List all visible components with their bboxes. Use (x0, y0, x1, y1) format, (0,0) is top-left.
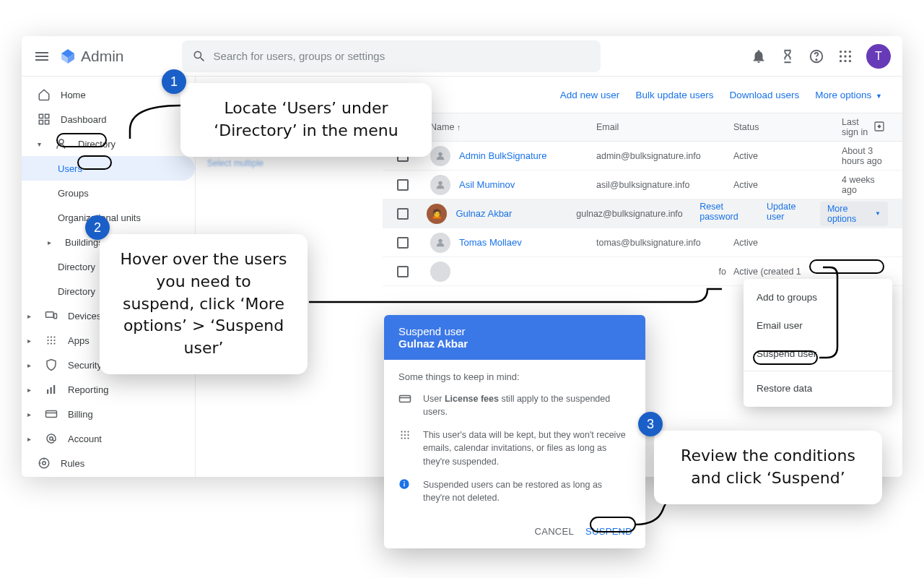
users-table-body: Admin BulkSignature admin@bulksignature.… (383, 142, 902, 286)
menu-suspend-user[interactable]: Suspend user (744, 340, 892, 368)
more-options-top[interactable]: More options ▼ (815, 90, 882, 100)
svg-point-29 (53, 342, 55, 344)
row-checkbox[interactable] (397, 179, 409, 191)
dialog-intro: Some things to keep in mind: (398, 371, 631, 382)
svg-rect-32 (53, 385, 55, 394)
search-input[interactable] (214, 50, 590, 62)
menu-add-to-groups[interactable]: Add to groups (744, 283, 892, 311)
person-icon (55, 137, 68, 150)
row-checkbox[interactable] (397, 237, 409, 249)
rules-icon (38, 457, 51, 470)
svg-point-54 (407, 438, 409, 439)
user-email: fo (596, 267, 733, 277)
user-name-link[interactable]: Admin BulkSignature (459, 150, 546, 161)
svg-point-7 (849, 50, 851, 52)
grid-icon (398, 428, 413, 467)
user-email: gulnaz@bulksignature.info (576, 209, 699, 219)
bulk-update-users[interactable]: Bulk update users (635, 90, 713, 100)
svg-rect-20 (54, 314, 57, 319)
svg-rect-44 (400, 396, 411, 402)
col-signin[interactable]: Last sign in (842, 117, 873, 137)
dashboard-icon (38, 113, 51, 126)
step-badge-2: 2 (85, 215, 110, 240)
row-checkbox[interactable] (397, 266, 409, 277)
menu-email-user[interactable]: Email user (744, 311, 892, 340)
svg-point-13 (849, 59, 851, 61)
nav-storage[interactable]: Storage (22, 475, 195, 477)
user-row[interactable]: Tomas Mollaev tomas@bulksignature.info A… (383, 228, 902, 257)
col-name[interactable]: Name ↑ (430, 122, 596, 132)
nav-rules[interactable]: Rules (22, 451, 195, 475)
search-bar[interactable] (182, 40, 601, 72)
svg-point-11 (840, 59, 842, 61)
avatar-icon (430, 233, 450, 253)
svg-rect-56 (404, 483, 404, 486)
callout-3: Review the conditions and click ‘Suspend… (654, 431, 882, 504)
user-row-hovered[interactable]: 🙍Gulnaz Akbar gulnaz@bulksignature.info … (383, 199, 902, 228)
home-icon (38, 88, 51, 101)
avatar-icon: 🙍 (427, 204, 447, 224)
menu-restore-data[interactable]: Restore data (744, 374, 892, 402)
nav-account[interactable]: ▸Account (22, 426, 195, 451)
nav-groups[interactable]: Groups (22, 181, 195, 205)
row-context-menu: Add to groups Email user Suspend user Re… (744, 279, 892, 407)
user-status: Active (733, 151, 842, 161)
update-user-link[interactable]: Update user (767, 202, 810, 226)
help-icon[interactable] (808, 48, 824, 64)
at-icon (45, 432, 58, 445)
col-status[interactable]: Status (733, 122, 842, 132)
hourglass-icon[interactable] (780, 48, 796, 64)
nav-users[interactable]: Users (22, 156, 195, 181)
user-row[interactable]: Admin BulkSignature admin@bulksignature.… (383, 142, 902, 171)
row-checkbox[interactable] (397, 208, 409, 220)
account-avatar[interactable]: T (866, 44, 891, 69)
add-new-user[interactable]: Add new user (560, 90, 620, 100)
svg-point-37 (43, 462, 46, 465)
download-users[interactable]: Download users (729, 90, 799, 100)
nav-reporting[interactable]: ▸Reporting (22, 377, 195, 402)
svg-point-47 (404, 431, 406, 433)
col-email[interactable]: Email (596, 122, 733, 132)
nav-directory[interactable]: ▾Directory (22, 131, 195, 156)
user-name-link[interactable]: Gulnaz Akbar (456, 208, 512, 219)
bell-icon[interactable] (751, 48, 767, 64)
hamburger-icon[interactable] (33, 48, 51, 65)
row-more-options[interactable]: More options ▼ (820, 202, 888, 226)
cancel-button[interactable]: CANCEL (535, 526, 575, 537)
svg-rect-17 (45, 121, 49, 124)
search-icon (192, 49, 206, 64)
svg-point-52 (401, 438, 402, 439)
dialog-username: Gulnaz Akbar (398, 337, 631, 350)
avatar-icon (430, 175, 450, 195)
topbar: Admin T (22, 36, 902, 77)
nav-dashboard[interactable]: Dashboard (22, 107, 195, 131)
apps-grid-icon[interactable] (837, 48, 853, 64)
product-logo: Admin (59, 48, 124, 65)
chevron-down-icon: ▼ (876, 92, 882, 100)
user-name-link[interactable]: Tomas Mollaev (459, 237, 522, 248)
suspend-button[interactable]: SUSPEND (585, 526, 632, 537)
user-row[interactable]: Asil Muminov asil@bulksignature.info Act… (383, 171, 902, 199)
svg-rect-15 (45, 114, 49, 118)
svg-point-26 (53, 340, 55, 341)
svg-point-42 (438, 181, 442, 184)
svg-point-41 (438, 152, 442, 155)
user-name-link[interactable]: Asil Muminov (459, 179, 515, 190)
settings-gear-icon[interactable] (873, 121, 888, 134)
svg-point-25 (51, 340, 52, 341)
svg-point-23 (53, 336, 55, 337)
svg-rect-33 (46, 411, 57, 418)
reset-password-link[interactable]: Reset password (699, 202, 757, 226)
user-email: tomas@bulksignature.info (596, 238, 733, 248)
user-email: asil@bulksignature.info (596, 180, 733, 190)
step-badge-3: 3 (638, 412, 663, 436)
product-name: Admin (81, 48, 124, 65)
devices-icon (45, 309, 58, 322)
chevron-down-icon: ▼ (875, 210, 881, 217)
user-actions-bar: Add new user Bulk update users Download … (383, 77, 902, 113)
svg-point-48 (407, 431, 409, 433)
nav-billing[interactable]: ▸Billing (22, 402, 195, 426)
shield-icon (45, 358, 58, 371)
svg-rect-2 (35, 59, 48, 61)
card-icon (398, 392, 413, 418)
